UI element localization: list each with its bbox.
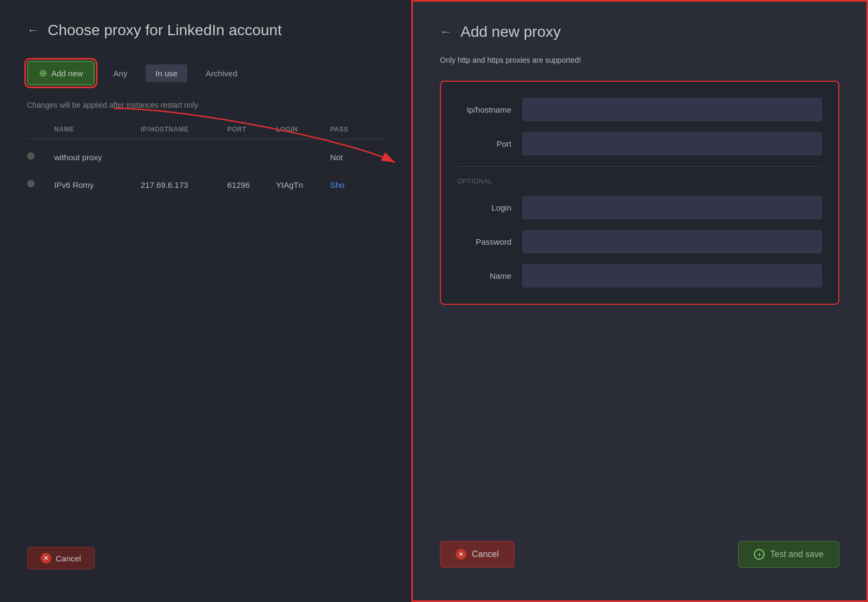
toolbar: ⊕ Add new Any In use Archived (27, 61, 384, 86)
filter-archived-button[interactable]: Archived (196, 64, 247, 82)
cancel-button-right[interactable]: ✕ Cancel (440, 541, 515, 568)
row2-port: 61296 (227, 180, 276, 189)
x-icon-left: ✕ (41, 553, 51, 564)
cancel-label-left: Cancel (56, 554, 81, 563)
ip-label: Ip/hostname (457, 105, 522, 114)
right-panel: ← Add new proxy Only http and https prox… (411, 0, 868, 602)
name-field-row: Name (457, 264, 822, 287)
port-label: Port (457, 139, 522, 148)
login-field-row: Login (457, 196, 822, 219)
filter-in-use-button[interactable]: In use (146, 64, 187, 82)
row1-name: without proxy (54, 153, 141, 162)
port-field-row: Port (457, 132, 822, 155)
plus-icon: ⊕ (39, 67, 47, 79)
table-header: NAME IP/HOSTNAME PORT LOGIN PASS (27, 120, 384, 139)
page-title-left: Choose proxy for LinkedIn account (48, 22, 282, 39)
password-field-row: Password (457, 230, 822, 253)
row2-ip: 217.69.6.173 (141, 180, 227, 189)
left-panel: ← Choose proxy for LinkedIn account ⊕ Ad… (0, 0, 411, 602)
x-icon-right: ✕ (456, 549, 466, 560)
row1-pass: Not (330, 153, 373, 162)
left-panel-title-group: ← Choose proxy for LinkedIn account (27, 22, 384, 39)
col-header-name: NAME (54, 126, 141, 133)
password-label: Password (457, 237, 522, 246)
status-dot (27, 152, 35, 160)
proxy-form: Ip/hostname Port OPTIONAL Login Password… (440, 81, 839, 305)
ip-input[interactable] (522, 98, 822, 121)
status-dot (27, 180, 35, 187)
form-divider (457, 166, 822, 167)
table-row[interactable]: IPv6 Romy 217.69.6.173 61296 YtAgTn Sho (27, 171, 384, 199)
name-label: Name (457, 271, 522, 280)
ip-field-row: Ip/hostname (457, 98, 822, 121)
back-arrow-right[interactable]: ← (440, 25, 452, 39)
bottom-actions: ✕ Cancel + Test and save (440, 541, 839, 568)
col-header-select (27, 126, 54, 133)
port-input[interactable] (522, 132, 822, 155)
back-arrow-left[interactable]: ← (27, 23, 39, 37)
cancel-button-left[interactable]: ✕ Cancel (27, 547, 95, 570)
col-header-pass: PASS (330, 126, 373, 133)
table-row[interactable]: without proxy Not (27, 143, 384, 171)
http-notice: Only http and https proxies are supporte… (440, 56, 839, 64)
login-label: Login (457, 203, 522, 212)
row2-name: IPv6 Romy (54, 180, 141, 189)
test-and-save-button[interactable]: + Test and save (738, 541, 839, 568)
plus-icon-right: + (754, 549, 765, 560)
notice-text: Changes will be applied after instances … (27, 101, 384, 109)
right-panel-title-group: ← Add new proxy (440, 23, 839, 41)
cancel-label-right: Cancel (472, 549, 499, 559)
optional-label: OPTIONAL (457, 178, 822, 185)
row2-pass-link[interactable]: Sho (330, 180, 373, 189)
login-input[interactable] (522, 196, 822, 219)
password-input[interactable] (522, 230, 822, 253)
page-title-right: Add new proxy (461, 23, 561, 41)
add-new-label: Add new (51, 69, 83, 78)
col-header-port: PORT (227, 126, 276, 133)
col-header-ip: IP/HOSTNAME (141, 126, 227, 133)
filter-any-button[interactable]: Any (103, 64, 137, 82)
add-new-button[interactable]: ⊕ Add new (27, 61, 95, 86)
col-header-login: LOGIN (276, 126, 330, 133)
row2-login: YtAgTn (276, 180, 330, 189)
test-save-label: Test and save (770, 549, 824, 559)
name-input[interactable] (522, 264, 822, 287)
